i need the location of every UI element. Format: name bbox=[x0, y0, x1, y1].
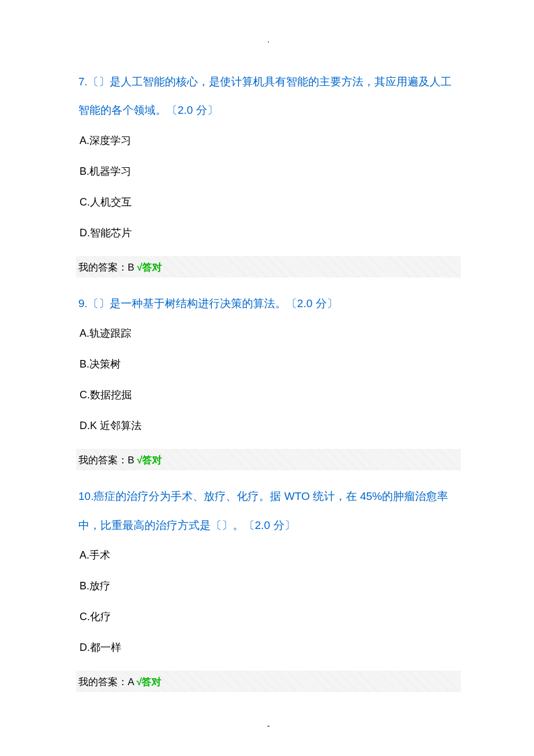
question-body: 〔〕是一种基于树结构进行决策的算法。〔2.0 分〕 bbox=[88, 297, 338, 309]
option-b: B.决策树 bbox=[80, 357, 459, 372]
option-c: C.数据挖掘 bbox=[80, 387, 459, 403]
my-answer-label: 我的答案：B bbox=[78, 262, 137, 273]
option-b: B.放疗 bbox=[80, 578, 459, 594]
answer-row: 我的答案：B √答对 bbox=[76, 256, 461, 278]
question-number: 7. bbox=[78, 75, 88, 88]
option-c: C.化疗 bbox=[80, 609, 459, 625]
option-d: D.都一样 bbox=[80, 640, 459, 656]
option-c: C.人机交互 bbox=[80, 195, 459, 210]
answer-correct: √答对 bbox=[137, 455, 162, 466]
question-body: 癌症的治疗分为手术、放疗、化疗。据 WTO 统计，在 45%的肿瘤治愈率中，比重… bbox=[78, 490, 448, 531]
option-a: A.轨迹跟踪 bbox=[80, 326, 459, 341]
question-block: 7.〔〕是人工智能的核心，是使计算机具有智能的主要方法，其应用遍及人工智能的各个… bbox=[78, 67, 459, 278]
bottom-marker: - bbox=[78, 721, 459, 730]
question-number: 9. bbox=[78, 297, 88, 309]
answer-correct: √答对 bbox=[136, 676, 161, 687]
option-a: A.手术 bbox=[80, 548, 459, 563]
my-answer-label: 我的答案：A bbox=[78, 676, 136, 687]
option-d: D.智能芯片 bbox=[80, 225, 459, 241]
question-text: 10.癌症的治疗分为手术、放疗、化疗。据 WTO 统计，在 45%的肿瘤治愈率中… bbox=[78, 482, 459, 539]
my-answer-label: 我的答案：B bbox=[78, 455, 137, 466]
option-b: B.机器学习 bbox=[80, 164, 459, 179]
option-d: D.K 近邻算法 bbox=[80, 418, 459, 434]
question-number: 10. bbox=[78, 490, 93, 502]
top-marker: . bbox=[78, 35, 459, 44]
question-text: 9.〔〕是一种基于树结构进行决策的算法。〔2.0 分〕 bbox=[78, 289, 459, 318]
answer-row: 我的答案：A √答对 bbox=[76, 671, 461, 692]
answer-correct: √答对 bbox=[137, 262, 162, 273]
question-text: 7.〔〕是人工智能的核心，是使计算机具有智能的主要方法，其应用遍及人工智能的各个… bbox=[78, 67, 459, 125]
option-a: A.深度学习 bbox=[80, 133, 459, 149]
question-block: 9.〔〕是一种基于树结构进行决策的算法。〔2.0 分〕 A.轨迹跟踪 B.决策树… bbox=[78, 289, 459, 470]
answer-row: 我的答案：B √答对 bbox=[76, 449, 461, 470]
page-container: . 7.〔〕是人工智能的核心，是使计算机具有智能的主要方法，其应用遍及人工智能的… bbox=[0, 0, 534, 756]
question-block: 10.癌症的治疗分为手术、放疗、化疗。据 WTO 统计，在 45%的肿瘤治愈率中… bbox=[78, 482, 459, 692]
question-body: 〔〕是人工智能的核心，是使计算机具有智能的主要方法，其应用遍及人工智能的各个领域… bbox=[78, 75, 452, 116]
